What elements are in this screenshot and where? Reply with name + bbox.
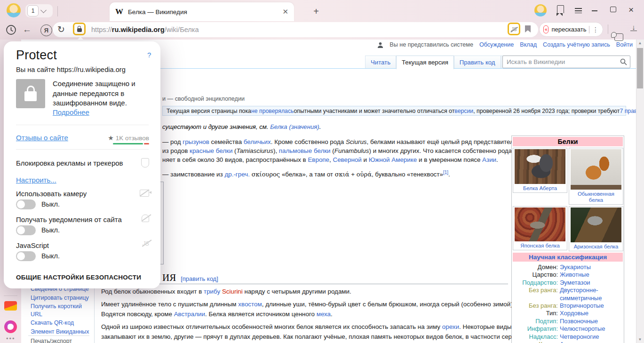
bookmarks-panel-icon[interactable]: [557, 5, 564, 13]
javascript-label: JavaScript: [16, 241, 49, 249]
scroll-up-arrow[interactable]: ▲: [636, 41, 644, 45]
scrollbar-thumb[interactable]: [637, 48, 643, 88]
yandex-icon[interactable]: Я: [40, 24, 52, 36]
unreviewed-banner: Текущая версия страницы пока не проверял…: [162, 106, 626, 116]
taxon-link[interactable]: Эукариоты: [560, 263, 623, 271]
download-icon[interactable]: ↓: [630, 24, 637, 31]
retell-button[interactable]: « пересказать ⋮: [539, 22, 603, 37]
chevron-down-icon[interactable]: [40, 7, 47, 13]
view-tab[interactable]: Текущая версия: [396, 56, 454, 69]
scroll-down-arrow[interactable]: ▼: [636, 337, 644, 342]
wiki-search-input[interactable]: [506, 58, 620, 66]
retell-label[interactable]: пересказать: [551, 26, 586, 33]
photo-caption[interactable]: Белка Аберта: [514, 185, 566, 191]
rank-label: Клада:: [513, 341, 560, 343]
photo-caption[interactable]: Японская белка: [514, 243, 566, 249]
divider: [589, 26, 589, 33]
sidebar-link[interactable]: Получить короткий URL: [31, 303, 93, 318]
personal-link[interactable]: Войти: [616, 41, 633, 48]
back-icon[interactable]: ←: [23, 24, 32, 35]
edit-section-link[interactable]: [править код]: [181, 275, 218, 282]
photo-caption[interactable]: Аризонская белка: [570, 244, 622, 250]
configure-link[interactable]: Настроить...: [16, 176, 56, 184]
search-icon[interactable]: [620, 58, 627, 65]
camera-toggle[interactable]: [16, 199, 36, 209]
taxon-link[interactable]: Хордовые: [560, 310, 623, 317]
view-tab[interactable]: Править код: [454, 56, 501, 69]
yandex-mail-icon[interactable]: [4, 301, 17, 311]
browser-tab[interactable]: W Белка — Википедия ✕: [110, 2, 294, 21]
lock-icon[interactable]: [77, 28, 82, 32]
site-reviews-link[interactable]: Отзывы о сайте: [16, 134, 68, 142]
taxon-link[interactable]: Челюстноротые: [560, 325, 623, 333]
history-icon[interactable]: [5, 24, 17, 36]
url-text[interactable]: https://ru.wikipedia.org/wiki/Белка: [91, 26, 199, 33]
tab-count-badge[interactable]: 1: [27, 5, 39, 16]
adblock-label: Блокировка рекламы и трекеров: [16, 159, 123, 167]
minimize-button[interactable]: [592, 10, 597, 11]
strip-more-icon[interactable]: •••: [6, 335, 16, 342]
sidebar-link[interactable]: Скачать QR-код: [31, 319, 93, 327]
more-options-icon[interactable]: ⋮: [592, 26, 599, 33]
secure-connection-tile: [16, 79, 45, 108]
javascript-toggle[interactable]: [16, 251, 36, 261]
profile-avatar[interactable]: [7, 3, 21, 17]
sidebar-link[interactable]: Элемент Викиданных: [31, 328, 93, 336]
protect-panel: Protect ? Вы на сайте https://ru.wikiped…: [4, 41, 160, 288]
classification-header[interactable]: Научная классификация: [513, 253, 623, 262]
security-settings-link[interactable]: ОБЩИЕ НАСТРОЙКИ БЕЗОПАСНОСТИ: [16, 274, 141, 281]
taxon-link[interactable]: Животные: [560, 271, 623, 279]
hatnote: существуют и другие значения, см. Белка …: [162, 123, 321, 130]
notifications-toggle[interactable]: [16, 225, 36, 235]
help-link[interactable]: ?: [147, 51, 151, 59]
taxonomy-row: Домен: Эукариоты: [513, 263, 623, 271]
squirrel-photo[interactable]: [515, 149, 565, 184]
sidebar-section-print[interactable]: Печать/экспорт: [31, 338, 72, 343]
tab-close-icon[interactable]: ✕: [282, 8, 288, 16]
personal-link[interactable]: Обсуждение: [479, 41, 514, 48]
close-window-button[interactable]: ×: [628, 5, 634, 15]
alice-assistant-icon[interactable]: [4, 320, 17, 333]
shield-icon: [141, 158, 149, 168]
personal-link[interactable]: Создать учётную запись: [543, 41, 610, 48]
js-highlight-box[interactable]: JS: [508, 23, 520, 35]
squirrel-photo[interactable]: [571, 207, 621, 242]
tab-counter[interactable]: 1: [25, 4, 53, 17]
rank-label: Домен:: [513, 263, 560, 271]
wiki-search-box[interactable]: [502, 56, 630, 68]
view-tab[interactable]: Читать: [365, 56, 396, 69]
menu-icon[interactable]: [575, 7, 582, 15]
etymology-line: — заимствование из др.-греч. σκίουρος «б…: [162, 170, 450, 178]
taxonomy-row: Без ранга: Двусторонне-симметричные: [513, 287, 623, 302]
sidebar-link[interactable]: Цитировать страницу: [31, 294, 93, 302]
rating-bar: [113, 143, 149, 144]
tab-title[interactable]: Белка — Википедия: [128, 8, 278, 16]
taxon-link[interactable]: Амниоты: [560, 341, 623, 343]
taxonomy-row: Царство: Животные: [513, 271, 623, 279]
taxon-link[interactable]: Вторичноротые: [560, 302, 623, 310]
extensions-icon[interactable]: [614, 33, 623, 41]
refresh-icon[interactable]: ↻: [57, 24, 65, 35]
account-avatar[interactable]: [534, 4, 547, 16]
lock-highlight-box[interactable]: [73, 23, 86, 35]
taxon-link[interactable]: Двусторонне-симметричные: [560, 287, 623, 302]
rank-label: Без ранга:: [513, 287, 560, 302]
reviews-badge[interactable]: ★ 1K отзывов: [108, 134, 149, 142]
squirrel-photo[interactable]: [571, 149, 621, 190]
taxon-link[interactable]: Эуметазои: [560, 279, 623, 287]
squirrel-photo[interactable]: [515, 207, 565, 241]
details-link[interactable]: Подробнее: [53, 108, 89, 116]
photo-caption[interactable]: Обыкновенная белка: [570, 191, 622, 203]
new-tab-button[interactable]: +: [310, 5, 323, 18]
personal-link[interactable]: Вклад: [520, 41, 537, 48]
sidebar-section-divider: [28, 335, 89, 336]
maximize-button[interactable]: [610, 7, 616, 12]
lock-icon: [24, 91, 37, 101]
toggle-knob: [17, 252, 25, 260]
star-icon: ★: [108, 134, 114, 142]
taxon-link[interactable]: Позвоночные: [560, 318, 623, 325]
javascript-disabled-icon[interactable]: JS: [511, 26, 517, 32]
personal-bar: Вы не представились системе ОбсуждениеВк…: [377, 41, 633, 48]
taxon-link[interactable]: Четвероногие: [560, 333, 623, 341]
wikipedia-favicon: W: [115, 7, 123, 16]
